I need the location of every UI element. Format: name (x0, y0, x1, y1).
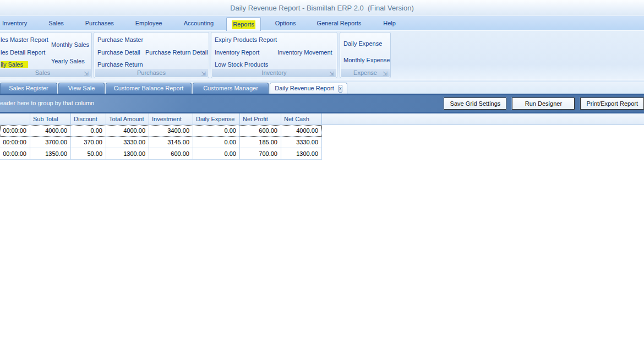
cell-net-profit[interactable]: 600.00 (240, 125, 281, 137)
table-row[interactable]: 00:00:00 1350.00 50.00 1300.00 600.00 0.… (0, 148, 322, 160)
daily-sales-highlight: ily Sales (1, 61, 28, 68)
ribbon-item-expiry-products-report[interactable]: Expiry Products Report (215, 36, 277, 44)
cell-net-cash[interactable]: 3330.00 (281, 137, 322, 148)
grid-header-cells: Sub Total Discount Total Amount Investme… (0, 113, 322, 124)
ribbon-item-purchase-return-detail[interactable]: Purchase Return Detail (145, 48, 208, 57)
ribbon-item-daily-expense[interactable]: Daily Expense (343, 40, 382, 48)
dialog-launcher-icon[interactable]: ⇲ (200, 70, 207, 77)
group-caption-sales-label: Sales (35, 69, 51, 76)
tab-customer-balance-report[interactable]: Customer Balance Report (106, 83, 192, 94)
cell-investment[interactable]: 3145.00 (149, 137, 193, 148)
ribbon-group-purchases: Purchase Master Purchase Detail Purchase… (94, 32, 209, 78)
ribbon-item-daily-sales[interactable]: ily Sales (1, 61, 28, 69)
group-caption-expense-label: Expense (353, 69, 377, 76)
ribbon-group-inventory: Expiry Products Report Inventory Report … (211, 32, 337, 78)
tab-view-sale[interactable]: View Sale (58, 83, 105, 94)
column-header-sub-total[interactable]: Sub Total (30, 113, 71, 124)
cell-discount[interactable]: 0.00 (71, 125, 106, 137)
column-header-discount[interactable]: Discount (71, 113, 106, 124)
ribbon-item-inventory-movement[interactable]: Inventory Movement (277, 48, 332, 57)
title-bar: Daily Revenue Report - Bismillah ERP 2.0… (0, 0, 644, 15)
cell-discount[interactable]: 370.00 (71, 137, 106, 148)
ribbon-item-inventory-report[interactable]: Inventory Report (215, 48, 259, 57)
menu-item-employee[interactable]: Employee (134, 16, 164, 30)
dialog-launcher-icon[interactable]: ⇲ (381, 70, 389, 77)
tab-daily-revenue-report-label: Daily Revenue Report (275, 83, 334, 94)
cell-investment[interactable]: 600.00 (149, 148, 193, 160)
column-header-daily-expense[interactable]: Daily Expense (193, 113, 240, 124)
column-header-investment[interactable]: Investment (149, 113, 193, 124)
grid-body: 00:00:00 4000.00 0.00 4000.00 3400.00 0.… (0, 125, 322, 160)
cell-daily-expense[interactable]: 0.00 (193, 148, 240, 160)
dialog-launcher-icon[interactable]: ⇲ (328, 70, 335, 77)
group-caption-sales: Sales (0, 69, 91, 77)
grid-header-row: Sub Total Discount Total Amount Investme… (0, 113, 644, 125)
column-header-net-cash[interactable]: Net Cash (281, 113, 322, 124)
ribbon-item-purchase-master[interactable]: Purchase Master (97, 36, 143, 44)
menu-item-reports-active[interactable]: Reports (226, 17, 261, 31)
menu-bar: Inventory Sales Purchases Employee Accou… (0, 15, 644, 30)
group-by-panel: eader here to group by that column Save … (0, 94, 644, 113)
report-toolbar: Save Grid Settings Run Designer Print/Ex… (444, 97, 644, 110)
document-tab-bar: Sales Register View Sale Customer Balanc… (0, 82, 644, 94)
ribbon-item-sales-detail-report[interactable]: les Detail Report (1, 48, 45, 57)
cell-sub-total[interactable]: 3700.00 (30, 137, 71, 148)
menu-item-accounting[interactable]: Accounting (182, 16, 215, 30)
menu-item-options[interactable]: Options (274, 16, 298, 30)
table-row[interactable]: 00:00:00 3700.00 370.00 3330.00 3145.00 … (0, 137, 322, 148)
cell-investment[interactable]: 3400.00 (149, 125, 193, 137)
ribbon-item-low-stock-products[interactable]: Low Stock Products (215, 61, 268, 69)
app-window: Daily Revenue Report - Bismillah ERP 2.0… (0, 0, 644, 363)
close-tab-icon[interactable]: x (339, 85, 342, 93)
menu-item-general-reports[interactable]: General Reports (315, 16, 363, 30)
column-header-total-amount[interactable]: Total Amount (106, 113, 149, 124)
ribbon-item-yearly-sales[interactable]: Yearly Sales (51, 57, 85, 66)
table-row[interactable]: 00:00:00 4000.00 0.00 4000.00 3400.00 0.… (0, 125, 322, 137)
cell-time[interactable]: 00:00:00 (0, 125, 30, 137)
dialog-launcher-icon[interactable]: ⇲ (83, 70, 90, 77)
ribbon-item-purchase-detail[interactable]: Purchase Detail (97, 48, 140, 57)
menu-item-help[interactable]: Help (381, 16, 397, 30)
cell-total-amount[interactable]: 3330.00 (106, 137, 149, 148)
window-title: Daily Revenue Report - Bismillah ERP 2.0… (230, 4, 414, 12)
cell-total-amount[interactable]: 1300.00 (106, 148, 149, 160)
run-designer-button[interactable]: Run Designer (512, 97, 575, 110)
ribbon-item-monthly-sales[interactable]: Monthly Sales (51, 41, 89, 49)
column-header-time[interactable] (0, 113, 30, 124)
reports-highlight: Reports (232, 20, 255, 29)
group-caption-purchases: Purchases (95, 69, 208, 77)
cell-net-profit[interactable]: 185.00 (240, 137, 281, 148)
menu-item-sales[interactable]: Sales (47, 16, 66, 30)
cell-total-amount[interactable]: 4000.00 (106, 125, 149, 137)
tab-daily-revenue-report[interactable]: Daily Revenue Report x (270, 83, 347, 94)
save-grid-settings-button[interactable]: Save Grid Settings (444, 97, 506, 110)
ribbon-group-sales: les Master Report les Detail Report ily … (0, 32, 92, 78)
cell-daily-expense[interactable]: 0.00 (193, 125, 240, 137)
ribbon: les Master Report les Detail Report ily … (0, 30, 644, 79)
cell-sub-total[interactable]: 1350.00 (30, 148, 71, 160)
menu-item-inventory[interactable]: Inventory (1, 16, 29, 30)
column-header-net-profit[interactable]: Net Profit (240, 113, 281, 124)
tab-customers-manager[interactable]: Customers Manager (193, 83, 269, 94)
cell-sub-total[interactable]: 4000.00 (30, 125, 71, 137)
group-by-hint: eader here to group by that column (0, 100, 94, 106)
ribbon-item-monthly-expense[interactable]: Monthly Expense (343, 56, 390, 64)
group-caption-inventory: Inventory (212, 69, 336, 77)
cell-discount[interactable]: 50.00 (71, 148, 106, 160)
ribbon-item-purchase-return[interactable]: Purchase Return (97, 61, 143, 69)
ribbon-item-sales-master-report[interactable]: les Master Report (1, 36, 48, 44)
cell-daily-expense[interactable]: 0.00 (193, 137, 240, 148)
menu-item-purchases[interactable]: Purchases (84, 16, 116, 30)
tab-sales-register[interactable]: Sales Register (0, 83, 57, 94)
cell-net-cash[interactable]: 1300.00 (281, 148, 322, 160)
cell-time[interactable]: 00:00:00 (0, 137, 30, 148)
cell-time[interactable]: 00:00:00 (0, 148, 30, 160)
print-export-report-button[interactable]: Print/Export Report (580, 97, 644, 110)
group-caption-inventory-label: Inventory (261, 69, 286, 76)
group-caption-purchases-label: Purchases (137, 69, 166, 76)
cell-net-profit[interactable]: 700.00 (240, 148, 281, 160)
cell-net-cash[interactable]: 4000.00 (281, 125, 322, 137)
ribbon-group-expense: Daily Expense Monthly Expense Expense ⇲ (340, 32, 391, 78)
